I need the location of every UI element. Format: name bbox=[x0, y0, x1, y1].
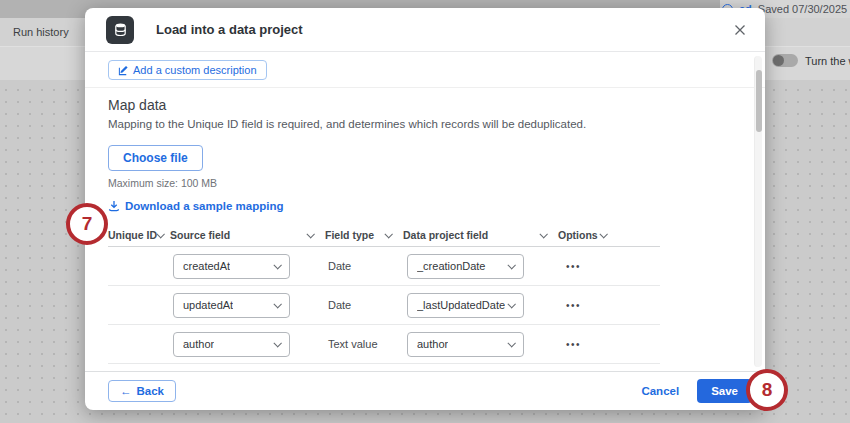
toggle-switch[interactable] bbox=[772, 54, 798, 67]
column-header-label: Unique ID bbox=[108, 229, 157, 241]
field-type-value: Text value bbox=[325, 338, 403, 350]
mapping-table: Unique IDSource fieldField typeData proj… bbox=[108, 224, 660, 371]
source-field-cell: author bbox=[170, 332, 325, 357]
data-project-field-cell: authorId bbox=[403, 371, 558, 372]
toggle-knob bbox=[773, 55, 784, 66]
download-link-label: Download a sample mapping bbox=[125, 200, 283, 212]
toggle-label: Turn the w bbox=[805, 55, 850, 67]
column-header-label: Data project field bbox=[403, 229, 488, 241]
table-row: authorIdText valueauthorId••• bbox=[108, 364, 660, 371]
back-label: Back bbox=[137, 385, 165, 397]
table-row: createdAtDate_creationDate••• bbox=[108, 247, 660, 286]
workflow-toggle-row: Turn the w bbox=[772, 54, 850, 67]
chevron-down-icon bbox=[507, 300, 515, 308]
close-icon[interactable] bbox=[729, 19, 751, 41]
annotation-step-7: 7 bbox=[66, 203, 108, 245]
column-header-label: Options bbox=[558, 229, 598, 241]
download-sample-mapping-link[interactable]: Download a sample mapping bbox=[108, 200, 283, 212]
source-field-select[interactable]: author bbox=[173, 332, 290, 357]
field-type-value: Date bbox=[325, 299, 403, 311]
add-custom-description-button[interactable]: Add a custom description bbox=[108, 60, 267, 80]
chevron-down-icon bbox=[384, 230, 392, 238]
cancel-button[interactable]: Cancel bbox=[641, 385, 679, 397]
back-button[interactable]: ← Back bbox=[108, 380, 176, 402]
column-header-data-project-field[interactable]: Data project field bbox=[403, 229, 558, 241]
download-icon bbox=[108, 200, 120, 212]
table-body: createdAtDate_creationDate•••updatedAtDa… bbox=[108, 247, 660, 371]
add-custom-description-label: Add a custom description bbox=[133, 64, 257, 76]
scrollbar-thumb[interactable] bbox=[756, 70, 762, 132]
data-project-field-select-value: author bbox=[417, 338, 448, 350]
column-header-options[interactable]: Options bbox=[558, 229, 618, 241]
scrollbar[interactable] bbox=[754, 56, 762, 367]
back-arrow-icon: ← bbox=[120, 385, 132, 397]
dialog-body: Add a custom description Map data Mappin… bbox=[85, 52, 765, 371]
row-options-button[interactable]: ••• bbox=[558, 339, 618, 350]
tab-run-history[interactable]: Run history bbox=[13, 26, 69, 38]
source-field-select[interactable]: updatedAt bbox=[173, 293, 290, 318]
source-field-select-value: updatedAt bbox=[183, 299, 233, 311]
row-options-button[interactable]: ••• bbox=[558, 300, 618, 311]
column-header-label: Source field bbox=[170, 229, 230, 241]
data-project-field-cell: _creationDate bbox=[403, 254, 558, 279]
source-field-select-value: author bbox=[183, 338, 214, 350]
edit-icon bbox=[118, 65, 129, 76]
data-project-field-select[interactable]: _lastUpdatedDate bbox=[407, 293, 524, 318]
dialog-header: Load into a data project bbox=[85, 8, 765, 52]
saved-timestamp: Saved 07/30/2025 bbox=[758, 3, 847, 15]
map-data-heading: Map data bbox=[108, 97, 725, 113]
data-project-field-select[interactable]: author bbox=[407, 332, 524, 357]
data-project-field-cell: author bbox=[403, 332, 558, 357]
max-size-note: Maximum size: 100 MB bbox=[108, 177, 725, 189]
table-header-row: Unique IDSource fieldField typeData proj… bbox=[108, 224, 660, 247]
chevron-down-icon bbox=[273, 300, 281, 308]
column-header-unique-id[interactable]: Unique ID bbox=[108, 229, 170, 241]
row-options-button[interactable]: ••• bbox=[558, 261, 618, 272]
column-header-label: Field type bbox=[325, 229, 374, 241]
description-bar: Add a custom description bbox=[85, 60, 765, 88]
map-data-description: Mapping to the Unique ID field is requir… bbox=[108, 118, 725, 130]
source-field-cell: updatedAt bbox=[170, 293, 325, 318]
chevron-down-icon bbox=[273, 339, 281, 347]
field-type-value: Date bbox=[325, 260, 403, 272]
data-project-field-select-value: _creationDate bbox=[417, 260, 486, 272]
table-row: updatedAtDate_lastUpdatedDate••• bbox=[108, 286, 660, 325]
dialog-footer: ← Back Cancel Save bbox=[85, 371, 765, 410]
data-project-icon bbox=[106, 16, 134, 44]
choose-file-button[interactable]: Choose file bbox=[108, 145, 203, 171]
data-project-field-cell: _lastUpdatedDate bbox=[403, 293, 558, 318]
source-field-select[interactable]: authorId bbox=[173, 371, 290, 372]
table-row: authorText valueauthor••• bbox=[108, 325, 660, 364]
chevron-down-icon bbox=[507, 261, 515, 269]
column-header-source-field[interactable]: Source field bbox=[170, 229, 325, 241]
source-field-select-value: createdAt bbox=[183, 260, 230, 272]
dialog-title: Load into a data project bbox=[156, 22, 729, 37]
chevron-down-icon bbox=[156, 230, 164, 238]
chevron-down-icon bbox=[273, 261, 281, 269]
load-data-project-dialog: Load into a data project Add a custom de… bbox=[85, 8, 765, 410]
save-button[interactable]: Save bbox=[697, 379, 752, 403]
source-field-select[interactable]: createdAt bbox=[173, 254, 290, 279]
data-project-field-select-value: _lastUpdatedDate bbox=[417, 299, 505, 311]
data-project-field-select[interactable]: _creationDate bbox=[407, 254, 524, 279]
annotation-step-8: 8 bbox=[746, 369, 788, 411]
chevron-down-icon bbox=[599, 230, 607, 238]
chevron-down-icon bbox=[539, 230, 547, 238]
data-project-field-select[interactable]: authorId bbox=[407, 371, 524, 372]
chevron-down-icon bbox=[306, 230, 314, 238]
source-field-cell: authorId bbox=[170, 371, 325, 372]
column-header-field-type[interactable]: Field type bbox=[325, 229, 403, 241]
source-field-cell: createdAt bbox=[170, 254, 325, 279]
chevron-down-icon bbox=[507, 339, 515, 347]
